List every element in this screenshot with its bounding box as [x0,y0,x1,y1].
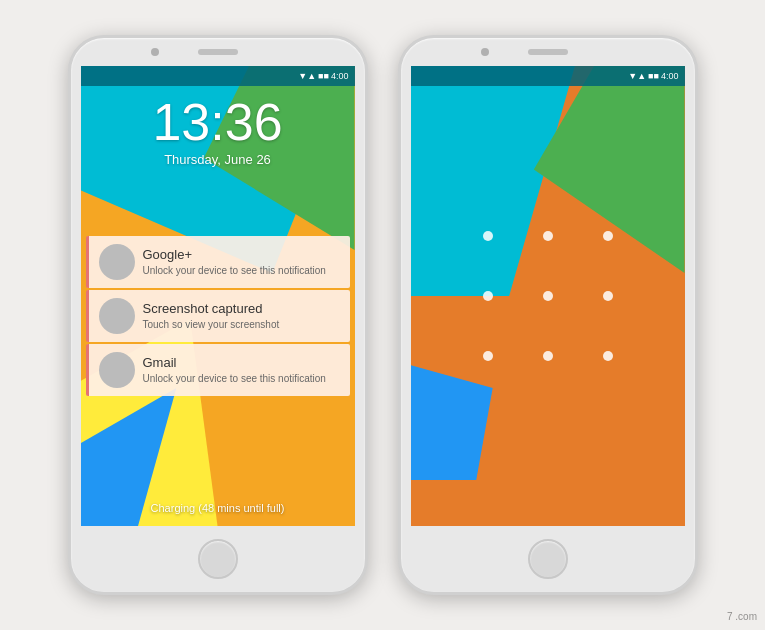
notif-icon-google-plus [99,244,135,280]
time-section: 13:36 Thursday, June 26 [81,96,355,167]
left-phone: ▼▲ ■■ 4:00 13:36 Thursday, June 26 G [68,35,368,595]
clock-date: Thursday, June 26 [81,152,355,167]
pattern-dot-9 [603,351,613,361]
left-phone-screen: ▼▲ ■■ 4:00 13:36 Thursday, June 26 G [81,66,355,526]
notif-subtitle-google-plus: Unlock your device to see this notificat… [143,264,342,277]
signal-icon: ■■ [318,71,329,81]
notification-gmail[interactable]: Gmail Unlock your device to see this not… [86,344,350,396]
lock-screen-background: ▼▲ ■■ 4:00 13:36 Thursday, June 26 G [81,66,355,526]
notif-title-google-plus: Google+ [143,247,342,263]
pattern-dot-1 [483,231,493,241]
camera-left [151,48,159,56]
right-phone: ▼▲ ■■ 4:00 [398,35,698,595]
pattern-dot-3 [603,231,613,241]
phones-container: ▼▲ ■■ 4:00 13:36 Thursday, June 26 G [68,35,698,595]
camera-right [481,48,489,56]
charging-text: Charging (48 mins until full) [81,502,355,514]
notif-icon-screenshot [99,298,135,334]
wifi-icon: ▼▲ [298,71,316,81]
speaker-left [198,49,238,55]
notif-icon-gmail [99,352,135,388]
status-time-right: 4:00 [661,71,679,81]
pattern-dot-6 [603,291,613,301]
pattern-dot-7 [483,351,493,361]
right-phone-screen: ▼▲ ■■ 4:00 [411,66,685,526]
left-status-bar: ▼▲ ■■ 4:00 [81,66,355,86]
clock-time: 13:36 [81,96,355,148]
pattern-dot-8 [543,351,553,361]
right-status-bar: ▼▲ ■■ 4:00 [411,66,685,86]
pattern-dot-5 [543,291,553,301]
notif-title-screenshot: Screenshot captured [143,301,342,317]
home-button-left[interactable] [198,539,238,579]
notification-google-plus[interactable]: Google+ Unlock your device to see this n… [86,236,350,288]
status-icons-left: ▼▲ ■■ 4:00 [298,71,348,81]
left-phone-bottom [198,526,238,592]
status-icons-right: ▼▲ ■■ 4:00 [628,71,678,81]
left-phone-top [71,38,365,66]
notif-text-screenshot: Screenshot captured Touch so view your s… [143,301,342,332]
notif-subtitle-gmail: Unlock your device to see this notificat… [143,372,342,385]
signal-icon-right: ■■ [648,71,659,81]
notif-text-gmail: Gmail Unlock your device to see this not… [143,355,342,386]
right-phone-top [401,38,695,66]
notif-subtitle-screenshot: Touch so view your screenshot [143,318,342,331]
pattern-screen-background: ▼▲ ■■ 4:00 [411,66,685,526]
wifi-icon-right: ▼▲ [628,71,646,81]
speaker-right [528,49,568,55]
status-time: 4:00 [331,71,349,81]
notif-text-google-plus: Google+ Unlock your device to see this n… [143,247,342,278]
watermark: 7 .com [727,611,757,622]
right-phone-bottom [528,526,568,592]
notif-title-gmail: Gmail [143,355,342,371]
notification-screenshot[interactable]: Screenshot captured Touch so view your s… [86,290,350,342]
home-button-right[interactable] [528,539,568,579]
pattern-dot-2 [543,231,553,241]
pattern-dot-4 [483,291,493,301]
pattern-dots-grid[interactable] [458,206,638,386]
notifications-area: Google+ Unlock your device to see this n… [81,236,355,396]
